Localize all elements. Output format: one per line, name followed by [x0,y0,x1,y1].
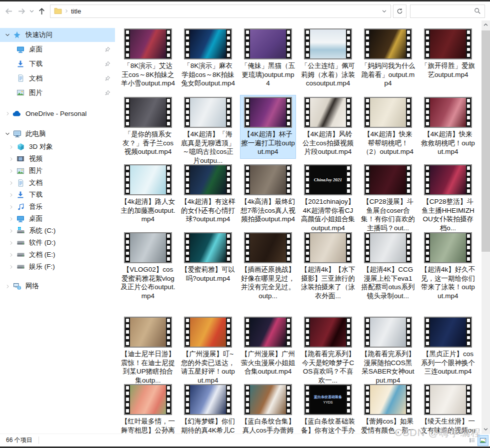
recent-locations-button[interactable] [28,4,35,17]
sidebar-item-音乐[interactable]: 音乐 [0,201,115,213]
address-dropdown-button[interactable] [378,5,390,17]
breadcrumb[interactable]: title [50,5,378,17]
sidebar-item-下载[interactable]: 下载 [0,189,115,201]
sidebar-item-文档 (E:)[interactable]: 文档 (E:) [0,249,115,261]
file-item[interactable]: 【4k高清】最终幻想7蒂法cos真人视频拍摄output.mp4 [240,162,296,226]
file-item[interactable]: 「8K演示」艾达王cos～8K拍妹之羊小雪output.mp4 [120,26,176,90]
file-item[interactable]: 【超清4k】【水下摄影】三亚旅行的泳装拍摄来了（泳衣外面... [300,230,356,303]
file-item[interactable]: 【4K超清】杯子擦一遍打工啦output.mp4 [240,95,296,159]
search-input[interactable] [414,7,474,15]
pin-icon[interactable] [100,90,115,96]
file-item[interactable]: 【4k超清】路人女主的加藤惠output.mp4 [120,162,176,226]
file-item[interactable]: 「妈妈问我为什么跪着看」output.mp4 [360,26,416,90]
sidebar-item-3D 对象[interactable]: 3D 对象 [0,141,115,153]
file-item[interactable]: 【4K超清】快来帮帮胡桃吧！（2）output.mp4 [360,95,416,159]
file-item[interactable]: 【迪士尼半日游】震惊！在迪士尼捉到某UP猪瞎拍合集outp... [120,315,176,387]
chevron-right-icon[interactable] [6,169,16,173]
file-item[interactable]: 「公主连结」佩可莉姆（水着）泳装cosoutput.mp4 [300,26,356,90]
file-item[interactable]: 「旗开得胜」爱旗艺output.mp4 [420,26,476,81]
file-item[interactable]: 【黑贞正片】cos系列一个眼神换个三连output.mp4 [420,315,476,379]
file-name: 【幻海梦蝶】你们期待的真4K希儿COS来了崩坏 [180,417,236,434]
file-item[interactable]: 【4K超清】风铃公主cos拍摄视频片段output.mp4 [300,95,356,159]
pin-icon[interactable] [100,75,115,81]
refresh-button[interactable] [393,4,406,18]
file-item[interactable]: ChinaJoy 2021【2021chinajoy】4K超清带你看CJ高颜值小… [300,162,356,235]
sidebar-item-软件 (D:)[interactable]: 软件 (D:) [0,237,115,249]
file-item[interactable]: 【CP28整活】斗鱼主播HHEIMIZHOU女仆装拍摄存档o... [420,162,476,235]
forward-button[interactable] [15,4,28,17]
sidebar-item-quick-access[interactable]: 快速访问 [0,28,115,42]
address-bar[interactable]: title [50,4,391,18]
file-item[interactable]: 【广州漫展】广州萤火虫漫展小姐姐合集output.mp4 [240,315,296,379]
chevron-right-icon[interactable] [3,111,12,116]
file-item[interactable]: 【超清4K】CCG漫展上松下eva1搭配蔡司otus系列镜头录制out... [360,230,416,303]
sidebar-item-文档[interactable]: 文档 [0,71,115,85]
file-item[interactable]: 「8K演示」麻衣学姐cos～8K拍妹兔女郎output.mp4 [180,26,236,90]
sidebar-item-桌面[interactable]: 桌面 [0,213,115,225]
sidebar-item-下载[interactable]: 下载 [0,56,115,71]
file-name: 【红叶最多情，一舞寄相思】公孙离原皮肤cos来 [120,417,176,434]
sidebar-item-onedrive[interactable]: OneDrive - Personal [0,106,115,120]
search-box[interactable] [410,4,485,18]
video-thumbnail [124,97,172,128]
chevron-right-icon[interactable] [6,205,16,209]
sidebar-item-图片[interactable]: 图片 [0,165,115,177]
file-item[interactable]: 【跪着看完系列】今天是蛇喰梦子COS喜欢吗？不喜欢一... [300,315,356,387]
details-view-button[interactable] [466,435,478,446]
file-item[interactable]: 【CP28漫展】斗鱼展台coser合集！有你们喜欢的主播吗？out... [360,162,416,235]
file-item[interactable]: 「是你的猫系女友？」香子兰cos视频output.mp4 [120,95,176,159]
sidebar-item-this-pc[interactable]: 此电脑 [0,127,115,141]
file-item[interactable]: 【幻海梦蝶】你们期待的真4K希儿COS来了崩坏 [180,382,236,434]
file-item[interactable]: 【跪着看完系列】漫展随拍COS黑呆SABER女神output.mp4 [360,315,416,387]
file-item[interactable]: 【VLOG02】cos爱蜜莉雅花絮vlog及正片公布output.mp4 [120,230,176,303]
file-item[interactable]: 【蓝白条纹合集】真人cos手办蕾姆系列合集 [240,382,296,434]
thumbnail-view-button[interactable] [478,435,488,446]
sidebar-item-图片[interactable]: 图片 [0,85,115,100]
file-item[interactable]: 【红叶最多情，一舞寄相思】公孙离原皮肤cos来 [120,382,176,434]
file-item[interactable]: 【超清4k】好久不见，这一期给你们带来了泳装！output.mp4 [420,230,476,303]
list-view-icon [469,437,476,444]
file-item[interactable]: 【4k超清】有这样的女仆还有心情打球?output.mp4 [180,162,236,226]
file-item[interactable]: 【4K超清】「海底真是无聊透顶」～噫呜古拉cos正片outpu... [180,95,236,167]
pin-icon[interactable] [100,61,115,67]
scrollbar-thumb[interactable] [482,30,490,252]
video-thumbnail [424,384,472,415]
back-button[interactable] [2,4,15,17]
chevron-right-icon[interactable] [6,265,16,269]
chevron-right-icon[interactable] [3,284,12,289]
chevron-down-icon[interactable] [3,131,12,136]
file-item[interactable]: 「俺妹」黑猫（五更琉璃)output.mp4 [240,26,296,90]
chevron-right-icon[interactable] [6,157,16,161]
chevron-right-icon[interactable] [6,229,16,233]
sidebar-item-桌面[interactable]: 桌面 [0,42,115,56]
chevron-down-icon[interactable] [3,32,12,37]
scrollbar-down-button[interactable] [482,425,490,434]
file-item[interactable]: 【广州漫展】叮~您的外卖已送达，请五星好评！output.mp4 [180,315,236,387]
chevron-right-icon[interactable] [6,253,16,257]
chevron-right-icon[interactable] [6,241,16,245]
up-button[interactable] [35,4,48,17]
pin-icon[interactable] [100,46,115,52]
breadcrumb-item[interactable]: title [71,7,81,15]
vertical-scrollbar[interactable] [482,20,490,434]
chevron-right-icon[interactable] [6,217,16,221]
sidebar-item-label: 下载 [29,190,115,199]
sidebar-item-label: 文档 (E:) [29,250,115,259]
sidebar-item-娱乐 (F:)[interactable]: 娱乐 (F:) [0,261,115,273]
scrollbar-up-button[interactable] [482,20,490,29]
file-item[interactable]: 【蕾姆cos】如果爱情有颜色，那一定是蓝色 [360,382,416,434]
chevron-right-icon[interactable] [6,145,16,149]
video-thumbnail: 蓝白条纹基础装备YYDS [304,384,352,415]
file-item[interactable]: 【4K超清】快来救救胡桃吧！output.mp4 [420,95,476,159]
sidebar-item-系统 (C:)[interactable]: 系统 (C:) [0,225,115,237]
filmstrip-sprockets-icon [305,318,310,347]
file-item[interactable]: 【爱蜜莉雅】可以吗?output.mp4 [180,230,236,285]
file-item[interactable]: 蓝白条纹基础装备YYDS【蓝白条纹基础装备】你有这个手办吗? [300,382,356,434]
chevron-right-icon[interactable] [6,181,16,185]
file-item[interactable]: 【绫天生丝滑】一支有味道的视频output.mp4 [420,382,476,434]
chevron-right-icon[interactable] [6,193,16,197]
sidebar-item-network[interactable]: 网络 [0,279,115,293]
sidebar-item-文档[interactable]: 文档 [0,177,115,189]
file-item[interactable]: 【插画还原挑战】好像在哪里见过，并没有完全见过。outp... [240,230,296,303]
sidebar-item-视频[interactable]: 视频 [0,153,115,165]
